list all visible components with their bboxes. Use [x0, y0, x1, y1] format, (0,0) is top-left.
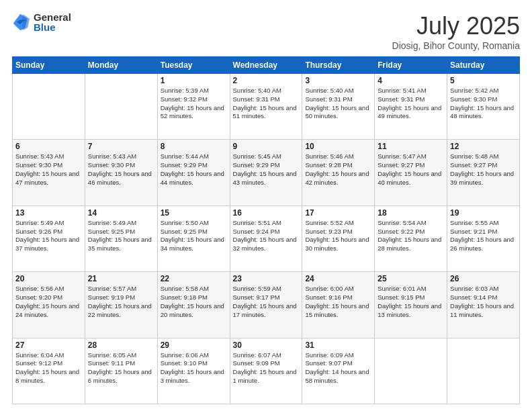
day-number: 28: [88, 340, 154, 350]
day-info: Sunrise: 5:56 AM Sunset: 9:20 PM Dayligh…: [15, 285, 82, 319]
day-info: Sunrise: 5:52 AM Sunset: 9:23 PM Dayligh…: [305, 219, 371, 253]
calendar-cell: 23Sunrise: 5:59 AM Sunset: 9:17 PM Dayli…: [230, 272, 302, 338]
day-number: 21: [88, 274, 154, 283]
title-section: July 2025 Diosig, Bihor County, Romania: [392, 12, 520, 51]
day-number: 4: [378, 76, 444, 85]
day-number: 25: [378, 274, 444, 283]
calendar-cell: [13, 74, 85, 140]
calendar-cell: 25Sunrise: 6:01 AM Sunset: 9:15 PM Dayli…: [375, 272, 447, 338]
day-info: Sunrise: 5:54 AM Sunset: 9:22 PM Dayligh…: [378, 219, 444, 253]
calendar-cell: 14Sunrise: 5:49 AM Sunset: 9:25 PM Dayli…: [85, 205, 157, 271]
calendar-cell: 3Sunrise: 5:40 AM Sunset: 9:31 PM Daylig…: [302, 74, 375, 140]
calendar-cell: 18Sunrise: 5:54 AM Sunset: 9:22 PM Dayli…: [375, 205, 447, 271]
day-number: 17: [305, 208, 371, 218]
day-number: 8: [161, 142, 227, 151]
calendar-cell: 19Sunrise: 5:55 AM Sunset: 9:21 PM Dayli…: [447, 205, 520, 271]
calendar-cell: 2Sunrise: 5:40 AM Sunset: 9:31 PM Daylig…: [230, 74, 302, 140]
calendar-week-5: 27Sunrise: 6:04 AM Sunset: 9:12 PM Dayli…: [13, 338, 520, 404]
calendar-body: 1Sunrise: 5:39 AM Sunset: 9:32 PM Daylig…: [13, 74, 520, 404]
logo-icon: [12, 13, 31, 32]
calendar-cell: 10Sunrise: 5:46 AM Sunset: 9:28 PM Dayli…: [302, 140, 375, 205]
day-info: Sunrise: 5:40 AM Sunset: 9:31 PM Dayligh…: [233, 87, 300, 121]
logo-blue: Blue: [34, 22, 71, 32]
day-number: 20: [15, 274, 82, 283]
calendar-cell: 16Sunrise: 5:51 AM Sunset: 9:24 PM Dayli…: [230, 205, 302, 271]
day-number: 13: [15, 208, 82, 218]
day-number: 14: [88, 208, 154, 218]
day-number: 11: [378, 142, 444, 151]
day-number: 10: [305, 142, 371, 151]
day-info: Sunrise: 6:00 AM Sunset: 9:16 PM Dayligh…: [305, 285, 371, 319]
weekday-header-saturday: Saturday: [447, 57, 520, 74]
calendar-cell: 22Sunrise: 5:58 AM Sunset: 9:18 PM Dayli…: [157, 272, 230, 338]
calendar-cell: 13Sunrise: 5:49 AM Sunset: 9:26 PM Dayli…: [13, 205, 85, 271]
calendar-cell: 20Sunrise: 5:56 AM Sunset: 9:20 PM Dayli…: [13, 272, 85, 338]
day-info: Sunrise: 6:04 AM Sunset: 9:12 PM Dayligh…: [15, 351, 82, 385]
day-info: Sunrise: 6:01 AM Sunset: 9:15 PM Dayligh…: [378, 285, 444, 319]
day-info: Sunrise: 6:09 AM Sunset: 9:07 PM Dayligh…: [305, 351, 371, 385]
month-title: July 2025: [392, 12, 520, 40]
day-number: 18: [378, 208, 444, 218]
day-number: 27: [15, 340, 82, 350]
calendar-cell: 28Sunrise: 6:05 AM Sunset: 9:11 PM Dayli…: [85, 338, 157, 404]
calendar-cell: 8Sunrise: 5:44 AM Sunset: 9:29 PM Daylig…: [157, 140, 230, 205]
calendar-cell: 26Sunrise: 6:03 AM Sunset: 9:14 PM Dayli…: [447, 272, 520, 338]
calendar-header-row: SundayMondayTuesdayWednesdayThursdayFrid…: [13, 57, 520, 74]
day-number: 31: [305, 340, 371, 350]
weekday-header-wednesday: Wednesday: [230, 57, 302, 74]
weekday-header-sunday: Sunday: [13, 57, 85, 74]
calendar-cell: 1Sunrise: 5:39 AM Sunset: 9:32 PM Daylig…: [157, 74, 230, 140]
calendar-cell: 27Sunrise: 6:04 AM Sunset: 9:12 PM Dayli…: [13, 338, 85, 404]
calendar-table: SundayMondayTuesdayWednesdayThursdayFrid…: [12, 56, 520, 404]
day-info: Sunrise: 5:50 AM Sunset: 9:25 PM Dayligh…: [161, 219, 227, 253]
day-number: 9: [233, 142, 300, 151]
calendar-cell: [85, 74, 157, 140]
day-number: 2: [233, 76, 300, 85]
day-number: 15: [161, 208, 227, 218]
page: General Blue July 2025 Diosig, Bihor Cou…: [0, 0, 532, 411]
weekday-header-thursday: Thursday: [302, 57, 375, 74]
calendar-cell: 24Sunrise: 6:00 AM Sunset: 9:16 PM Dayli…: [302, 272, 375, 338]
day-number: 30: [233, 340, 300, 350]
day-number: 6: [15, 142, 82, 151]
calendar-week-3: 13Sunrise: 5:49 AM Sunset: 9:26 PM Dayli…: [13, 205, 520, 271]
day-number: 29: [161, 340, 227, 350]
day-number: 1: [161, 76, 227, 85]
day-number: 7: [88, 142, 154, 151]
calendar-cell: 5Sunrise: 5:42 AM Sunset: 9:30 PM Daylig…: [447, 74, 520, 140]
logo: General Blue: [12, 12, 71, 32]
day-info: Sunrise: 5:51 AM Sunset: 9:24 PM Dayligh…: [233, 219, 300, 253]
calendar-cell: 21Sunrise: 5:57 AM Sunset: 9:19 PM Dayli…: [85, 272, 157, 338]
day-info: Sunrise: 5:44 AM Sunset: 9:29 PM Dayligh…: [161, 152, 227, 187]
day-info: Sunrise: 5:59 AM Sunset: 9:17 PM Dayligh…: [233, 285, 300, 319]
calendar-cell: [375, 338, 447, 404]
calendar-week-1: 1Sunrise: 5:39 AM Sunset: 9:32 PM Daylig…: [13, 74, 520, 140]
calendar-cell: 31Sunrise: 6:09 AM Sunset: 9:07 PM Dayli…: [302, 338, 375, 404]
day-info: Sunrise: 5:43 AM Sunset: 9:30 PM Dayligh…: [88, 152, 154, 187]
day-info: Sunrise: 5:43 AM Sunset: 9:30 PM Dayligh…: [15, 152, 82, 187]
calendar-cell: 9Sunrise: 5:45 AM Sunset: 9:29 PM Daylig…: [230, 140, 302, 205]
day-info: Sunrise: 6:03 AM Sunset: 9:14 PM Dayligh…: [450, 285, 517, 319]
day-number: 22: [161, 274, 227, 283]
day-number: 23: [233, 274, 300, 283]
day-info: Sunrise: 5:55 AM Sunset: 9:21 PM Dayligh…: [450, 219, 517, 253]
logo-general: General: [34, 12, 71, 22]
header: General Blue July 2025 Diosig, Bihor Cou…: [12, 12, 520, 51]
day-info: Sunrise: 5:47 AM Sunset: 9:27 PM Dayligh…: [378, 152, 444, 187]
day-number: 12: [450, 142, 517, 151]
calendar-cell: [447, 338, 520, 404]
day-info: Sunrise: 5:39 AM Sunset: 9:32 PM Dayligh…: [161, 87, 227, 121]
logo-text: General Blue: [34, 12, 71, 32]
day-info: Sunrise: 5:40 AM Sunset: 9:31 PM Dayligh…: [305, 87, 371, 121]
day-info: Sunrise: 5:41 AM Sunset: 9:31 PM Dayligh…: [378, 87, 444, 121]
weekday-header-monday: Monday: [85, 57, 157, 74]
day-info: Sunrise: 6:06 AM Sunset: 9:10 PM Dayligh…: [161, 351, 227, 385]
day-info: Sunrise: 5:58 AM Sunset: 9:18 PM Dayligh…: [161, 285, 227, 319]
calendar-cell: 4Sunrise: 5:41 AM Sunset: 9:31 PM Daylig…: [375, 74, 447, 140]
weekday-header-tuesday: Tuesday: [157, 57, 230, 74]
day-info: Sunrise: 6:07 AM Sunset: 9:09 PM Dayligh…: [233, 351, 300, 385]
day-info: Sunrise: 5:45 AM Sunset: 9:29 PM Dayligh…: [233, 152, 300, 187]
day-info: Sunrise: 5:48 AM Sunset: 9:27 PM Dayligh…: [450, 152, 517, 187]
day-info: Sunrise: 6:05 AM Sunset: 9:11 PM Dayligh…: [88, 351, 154, 385]
calendar-cell: 30Sunrise: 6:07 AM Sunset: 9:09 PM Dayli…: [230, 338, 302, 404]
